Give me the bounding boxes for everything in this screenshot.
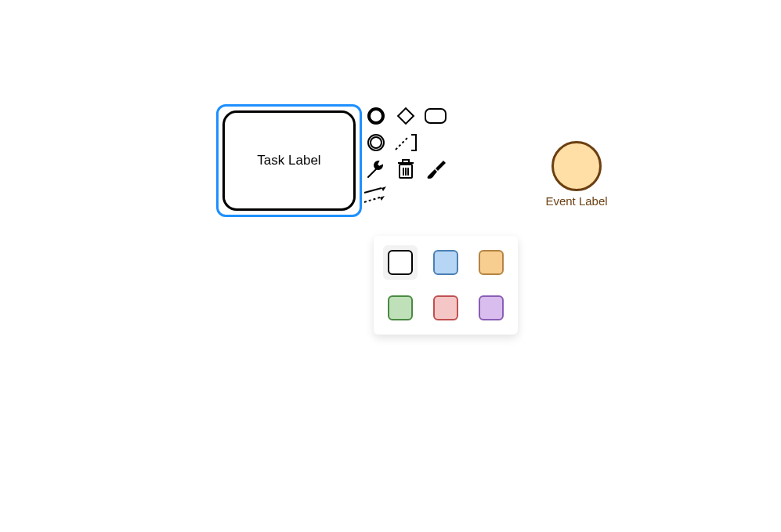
event-shape [551,141,602,191]
color-swatch-green[interactable] [383,291,418,325]
diagram-canvas[interactable]: Task Label Event Label [0,0,781,532]
event-label: Event Label [530,194,624,208]
svg-rect-1 [398,108,414,124]
svg-rect-2 [425,109,446,123]
dashed-bracket-icon [394,132,418,153]
diamond-icon [395,105,417,127]
task-shape: Task Label [222,110,356,211]
delete-button[interactable] [394,157,418,181]
swatch-fill [433,295,458,320]
wrench-icon [365,158,387,180]
svg-marker-13 [381,186,386,191]
color-picker-popup [374,236,518,335]
swatch-fill [479,250,504,275]
color-swatch-purple[interactable] [474,291,508,325]
connect-association-button[interactable] [394,131,418,154]
append-task-button[interactable] [424,104,447,128]
color-swatch-red[interactable] [428,291,463,325]
trash-icon [396,158,416,180]
svg-point-0 [369,109,383,123]
swatch-fill [479,295,504,320]
connect-button[interactable] [364,184,388,208]
set-color-button[interactable] [424,157,447,181]
svg-line-5 [396,137,408,150]
color-grid [383,245,508,325]
svg-rect-8 [403,160,409,163]
color-swatch-white[interactable] [383,245,418,280]
double-circle-icon [366,132,386,153]
append-gateway-button[interactable] [394,104,418,128]
task-node[interactable]: Task Label [216,104,362,217]
circle-thick-icon [366,106,386,126]
append-intermediate-event-button[interactable] [364,131,388,154]
svg-marker-15 [380,196,385,201]
color-swatch-orange[interactable] [474,245,508,280]
svg-point-4 [371,137,381,148]
append-end-event-button[interactable] [364,104,388,128]
swatch-fill [433,250,458,275]
swatch-fill [388,250,413,275]
svg-line-14 [364,197,380,202]
rounded-rect-icon [424,107,447,125]
change-type-button[interactable] [364,157,388,181]
event-node[interactable]: Event Label [530,141,624,208]
paint-brush-icon [425,158,447,180]
context-pad [364,104,458,211]
arrows-icon [363,185,389,207]
svg-line-12 [364,188,381,193]
task-label: Task Label [257,153,320,168]
color-swatch-blue[interactable] [428,245,463,280]
swatch-fill [388,295,413,320]
